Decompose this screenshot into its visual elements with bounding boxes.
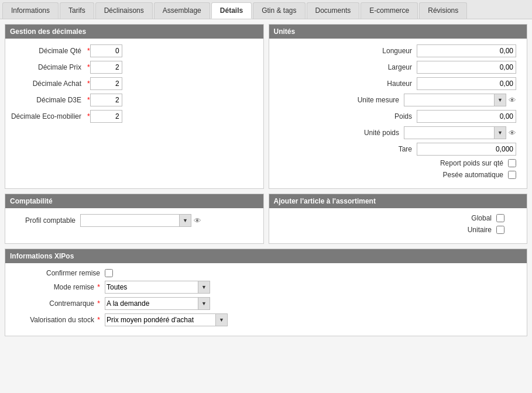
mode-remise-label: Mode remise * (17, 283, 105, 291)
contremarque-select-wrapper: A la demande Toujours Jamais ▼ (105, 297, 210, 310)
decimale-qte-input[interactable] (90, 44, 122, 57)
unite-poids-eye-icon[interactable]: 👁 (509, 129, 516, 137)
xipos-panel-body: Confirmer remise Mode remise * Toutes Au… (5, 263, 527, 336)
poids-row: Poids (274, 110, 523, 123)
tab-assemblage[interactable]: Assemblage (154, 2, 210, 19)
decimales-panel: Gestion des décimales Décimale Qté * Déc… (5, 24, 264, 189)
contremarque-dropdown-btn[interactable]: ▼ (198, 297, 210, 310)
tab-gtin-tags[interactable]: Gtin & tags (253, 2, 305, 19)
profil-comptable-dropdown-btn[interactable]: ▼ (180, 214, 191, 227)
top-two-col: Gestion des décimales Décimale Qté * Déc… (5, 24, 527, 194)
decimale-prix-input[interactable] (90, 61, 122, 74)
poids-label: Poids (346, 112, 417, 120)
tare-row: Tare (274, 143, 523, 156)
longueur-label: Longueur (346, 47, 417, 55)
decimale-achat-row: Décimale Achat * (10, 77, 259, 90)
tab-details[interactable]: Détails (211, 2, 252, 19)
comptabilite-panel-body: Profil comptable ▼ 👁 (5, 208, 263, 233)
decimale-ecomobilier-row: Décimale Eco-mobilier * (10, 110, 259, 123)
hauteur-label: Hauteur (346, 80, 417, 88)
decimales-panel-body: Décimale Qté * Décimale Prix * Décimale … (5, 39, 263, 132)
valorisation-label: Valorisation du stock * (17, 316, 105, 324)
decimale-achat-label: Décimale Achat (10, 80, 86, 88)
comptabilite-panel: Comptabilité Profil comptable ▼ 👁 (5, 194, 264, 244)
global-label: Global (455, 214, 496, 222)
largeur-label: Largeur (346, 63, 417, 71)
mode-remise-required: * (97, 283, 100, 291)
tab-ecommerce[interactable]: E-commerce (361, 2, 418, 19)
hauteur-input[interactable] (417, 77, 516, 90)
global-checkbox[interactable] (496, 214, 504, 222)
hauteur-row: Hauteur (274, 77, 523, 90)
unite-mesure-label: Unite mesure (334, 96, 404, 104)
valorisation-row: Valorisation du stock * Prix moyen pondé… (17, 313, 515, 326)
unite-poids-label: Unité poids (334, 129, 404, 137)
xipos-panel: Informations XIPos Confirmer remise Mode… (5, 249, 527, 336)
tab-documents[interactable]: Documents (307, 2, 360, 19)
decimale-d3e-input[interactable] (90, 94, 122, 106)
tab-declinaisons[interactable]: Déclinaisons (95, 2, 153, 19)
unitaire-row: Unitaire (274, 226, 523, 234)
longueur-input[interactable] (417, 44, 516, 57)
decimale-qte-row: Décimale Qté * (10, 44, 259, 57)
valorisation-select[interactable]: Prix moyen pondéré d'achat FIFO LIFO (105, 313, 216, 326)
report-poids-row: Report poids sur qté (274, 159, 523, 167)
unite-mesure-eye-icon[interactable]: 👁 (509, 96, 516, 105)
report-poids-checkbox[interactable] (508, 159, 516, 167)
pesee-auto-checkbox[interactable] (508, 171, 516, 179)
confirmer-remise-label: Confirmer remise (17, 269, 105, 277)
unite-poids-row: Unité poids ▼ 👁 (274, 126, 523, 139)
tabs-bar: Informations Tarifs Déclinaisons Assembl… (0, 0, 532, 19)
unite-mesure-row: Unite mesure ▼ 👁 (274, 94, 523, 106)
unite-poids-select-wrapper: ▼ 👁 (404, 126, 516, 139)
contremarque-select[interactable]: A la demande Toujours Jamais (105, 297, 198, 310)
decimale-qte-label: Décimale Qté (10, 47, 86, 55)
longueur-row: Longueur (274, 44, 523, 57)
unites-panel-header: Unités (269, 25, 527, 39)
tab-informations[interactable]: Informations (2, 2, 59, 19)
contremarque-label: Contremarque * (17, 299, 105, 308)
decimale-ecomobilier-input[interactable] (90, 110, 122, 123)
mode-remise-dropdown-btn[interactable]: ▼ (198, 281, 210, 294)
poids-input[interactable] (417, 110, 516, 123)
report-poids-label: Report poids sur qté (438, 159, 508, 167)
unitaire-label: Unitaire (455, 226, 496, 234)
confirmer-remise-row: Confirmer remise (17, 269, 515, 277)
valorisation-dropdown-btn[interactable]: ▼ (216, 313, 228, 326)
unite-poids-select[interactable] (404, 126, 495, 139)
unitaire-checkbox[interactable] (496, 226, 504, 234)
profil-comptable-select[interactable] (80, 214, 180, 227)
decimales-panel-header: Gestion des décimales (5, 25, 263, 39)
tare-label: Tare (346, 145, 417, 153)
profil-comptable-eye-icon[interactable]: 👁 (194, 216, 201, 225)
valorisation-required: * (97, 316, 100, 324)
assortiment-panel-header: Ajouter l'article à l'assortiment (269, 194, 527, 208)
tare-input[interactable] (417, 143, 516, 156)
profil-comptable-label: Profil comptable (10, 216, 80, 225)
confirmer-remise-checkbox[interactable] (105, 269, 113, 277)
largeur-row: Largeur (274, 61, 523, 74)
xipos-panel-header: Informations XIPos (5, 249, 527, 263)
decimale-achat-input[interactable] (90, 77, 122, 90)
mode-remise-row: Mode remise * Toutes Aucune Manuelle ▼ (17, 281, 515, 294)
decimale-ecomobilier-label: Décimale Eco-mobilier (10, 112, 86, 120)
tab-tarifs[interactable]: Tarifs (60, 2, 94, 19)
unites-panel: Unités Longueur Largeur Hauteur Unite me… (269, 24, 528, 189)
bottom-two-col: Comptabilité Profil comptable ▼ 👁 Ajoute… (5, 194, 527, 249)
tab-revisions[interactable]: Révisions (419, 2, 467, 19)
assortiment-panel-body: Global Unitaire (269, 208, 527, 243)
decimale-d3e-row: Décimale D3E * (10, 94, 259, 106)
mode-remise-select[interactable]: Toutes Aucune Manuelle (105, 281, 198, 294)
assortiment-panel: Ajouter l'article à l'assortiment Global… (269, 194, 528, 244)
unite-mesure-dropdown-btn[interactable]: ▼ (495, 94, 506, 106)
unite-poids-dropdown-btn[interactable]: ▼ (495, 126, 506, 139)
profil-comptable-select-wrapper: ▼ 👁 (80, 214, 201, 227)
unites-panel-body: Longueur Largeur Hauteur Unite mesure ▼ (269, 39, 527, 188)
contremarque-required: * (97, 299, 100, 308)
comptabilite-panel-header: Comptabilité (5, 194, 263, 208)
mode-remise-select-wrapper: Toutes Aucune Manuelle ▼ (105, 281, 210, 294)
largeur-input[interactable] (417, 61, 516, 74)
pesee-auto-label: Pesée automatique (438, 171, 508, 179)
unite-mesure-select-wrapper: ▼ 👁 (404, 94, 516, 106)
unite-mesure-select[interactable] (404, 94, 495, 106)
